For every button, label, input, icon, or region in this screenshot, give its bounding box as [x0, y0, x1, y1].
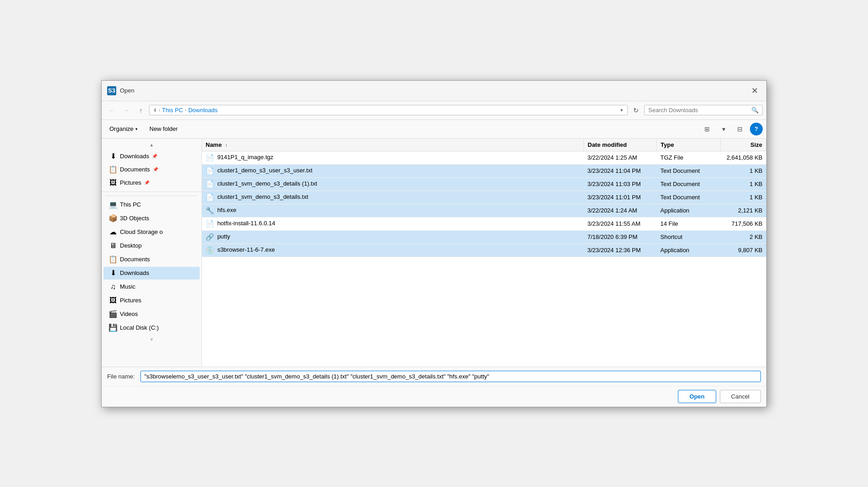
sidebar-item-3dobjects[interactable]: 📦 3D Objects — [103, 212, 200, 225]
view-details-dropdown-button[interactable]: ▾ — [717, 123, 730, 135]
sidebar-item-this-pc[interactable]: 💻 This PC — [103, 198, 200, 211]
new-folder-button[interactable]: New folder — [145, 123, 182, 135]
help-button[interactable]: ? — [750, 123, 763, 135]
cloud-icon: ☁ — [109, 228, 117, 236]
cell-date: 3/23/2024 11:04 PM — [584, 164, 657, 177]
cell-date: 3/23/2024 12:36 PM — [584, 244, 657, 257]
cell-size: 1 KB — [721, 164, 766, 177]
forward-button[interactable]: → — [120, 104, 133, 117]
refresh-button[interactable]: ↻ — [630, 104, 642, 117]
file-table: Name ↑ Date modified Type Size — [202, 139, 766, 367]
sidebar: ▲ ⬇ Downloads 📌 📋 Documents 📌 🖼 Pictures… — [102, 139, 202, 367]
cell-size: 717,506 KB — [721, 217, 766, 230]
cell-type: Application — [657, 204, 721, 217]
3dobjects-icon: 📦 — [109, 214, 117, 223]
cell-name: 📄 9141P1_q_image.tgz — [202, 151, 584, 164]
path-separator-1: › — [159, 108, 160, 113]
this-pc-icon: 💻 — [109, 201, 117, 209]
cell-size: 1 KB — [721, 191, 766, 204]
search-input[interactable] — [648, 107, 749, 114]
view-list-button[interactable]: ⊟ — [734, 123, 746, 135]
table-row[interactable]: 📄 cluster1_svm_demo_s3_details (1).txt 3… — [202, 177, 766, 191]
sidebar-item-label: Cloud Storage o — [120, 228, 163, 235]
file-icon: 📄 — [206, 220, 214, 228]
column-header-date[interactable]: Date modified — [584, 139, 657, 151]
path-bar: ⬇ › This PC › Downloads ▾ — [149, 105, 628, 115]
title-bar: S3 Open ✕ — [102, 81, 766, 101]
scroll-down-indicator[interactable]: ∨ — [102, 335, 202, 344]
column-header-name[interactable]: Name ↑ — [202, 139, 584, 151]
file-name: cluster1_svm_demo_s3_details.txt — [217, 193, 308, 200]
app-icon: S3 — [107, 86, 116, 95]
downloads-icon: ⬇ — [109, 152, 117, 161]
pictures2-icon: 🖼 — [109, 296, 117, 305]
sidebar-item-label: Local Disk (C:) — [120, 324, 159, 331]
documents2-icon: 📋 — [109, 255, 117, 264]
cell-date: 3/23/2024 11:55 AM — [584, 217, 657, 230]
cell-type: Text Document — [657, 164, 721, 177]
file-name: s3browser-11-6-7.exe — [217, 246, 275, 253]
table-row[interactable]: 📄 9141P1_q_image.tgz 3/22/2024 1:25 AM T… — [202, 151, 766, 164]
sidebar-item-label: 3D Objects — [120, 215, 149, 222]
view-grid-button[interactable]: ⊞ — [701, 123, 713, 135]
column-header-size[interactable]: Size — [721, 139, 766, 151]
sidebar-item-label: Pictures — [120, 179, 141, 186]
sidebar-item-pictures-quick[interactable]: 🖼 Pictures 📌 — [103, 176, 200, 189]
table-row[interactable]: 📄 cluster1_svm_demo_s3_details.txt 3/23/… — [202, 191, 766, 204]
sidebar-item-label: Pictures — [120, 297, 141, 304]
column-header-type[interactable]: Type — [657, 139, 721, 151]
file-icon: 🔧 — [206, 207, 214, 215]
downloads2-icon: ⬇ — [109, 269, 117, 277]
path-dropdown-button[interactable]: ▾ — [620, 107, 624, 114]
sidebar-item-videos[interactable]: 🎬 Videos — [103, 308, 200, 321]
cell-name: 📄 cluster1_svm_demo_s3_details (1).txt — [202, 177, 584, 191]
nav-bar: ← → ↑ ⬇ › This PC › Downloads ▾ ↻ 🔍 — [102, 101, 766, 120]
file-name: putty — [217, 233, 230, 240]
sidebar-item-downloads[interactable]: ⬇ Downloads — [103, 267, 200, 280]
table-row[interactable]: 🔧 hfs.exe 3/22/2024 1:24 AM Application … — [202, 204, 766, 217]
filename-label: File name: — [107, 373, 135, 380]
pin-icon: 📌 — [144, 180, 150, 185]
scroll-up-indicator[interactable]: ▲ — [102, 140, 202, 150]
sidebar-item-music[interactable]: ♫ Music — [103, 280, 200, 293]
back-button[interactable]: ← — [105, 104, 118, 117]
path-segment-downloads[interactable]: Downloads — [188, 107, 217, 114]
cell-type: Application — [657, 244, 721, 257]
documents-icon: 📋 — [109, 166, 117, 174]
sidebar-item-label: Desktop — [120, 242, 142, 249]
cell-size: 2,121 KB — [721, 204, 766, 217]
open-button[interactable]: Open — [678, 390, 716, 403]
sidebar-item-label: Music — [120, 283, 135, 290]
bottom-bar: File name: — [102, 367, 766, 386]
cell-size: 2 KB — [721, 230, 766, 244]
videos-icon: 🎬 — [109, 310, 117, 318]
up-button[interactable]: ↑ — [134, 104, 147, 117]
cell-date: 7/18/2020 6:39 PM — [584, 230, 657, 244]
sidebar-item-label: This PC — [120, 201, 141, 208]
path-segment-thispc[interactable]: This PC — [162, 107, 183, 114]
cell-date: 3/23/2024 11:01 PM — [584, 191, 657, 204]
sidebar-item-downloads-quick[interactable]: ⬇ Downloads 📌 — [103, 150, 200, 163]
table-row[interactable]: 💿 s3browser-11-6-7.exe 3/23/2024 12:36 P… — [202, 244, 766, 257]
dialog-title: Open — [120, 87, 744, 94]
cancel-button[interactable]: Cancel — [720, 390, 761, 403]
pin-icon: 📌 — [152, 154, 157, 159]
sidebar-item-documents[interactable]: 📋 Documents — [103, 253, 200, 266]
file-list-table: Name ↑ Date modified Type Size — [202, 139, 766, 257]
cell-date: 3/22/2024 1:25 AM — [584, 151, 657, 164]
file-icon: 📄 — [206, 167, 214, 175]
sidebar-item-label: Downloads — [120, 153, 149, 160]
organize-button[interactable]: Organize ▾ — [105, 123, 142, 135]
sidebar-item-documents-quick[interactable]: 📋 Documents 📌 — [103, 163, 200, 176]
sidebar-item-pictures[interactable]: 🖼 Pictures — [103, 294, 200, 307]
cell-date: 3/23/2024 11:03 PM — [584, 177, 657, 191]
filename-input[interactable] — [140, 371, 761, 382]
table-row[interactable]: 🔗 putty 7/18/2020 6:39 PM Shortcut 2 KB — [202, 230, 766, 244]
sidebar-item-desktop[interactable]: 🖥 Desktop — [103, 239, 200, 252]
sidebar-item-cloud[interactable]: ☁ Cloud Storage o — [103, 226, 200, 238]
cell-type: 14 File — [657, 217, 721, 230]
close-button[interactable]: ✕ — [748, 84, 761, 97]
sidebar-item-local-disk[interactable]: 💾 Local Disk (C:) — [103, 321, 200, 334]
table-row[interactable]: 📄 hotfix-install-11.6.0.14 3/23/2024 11:… — [202, 217, 766, 230]
table-row[interactable]: 📄 cluster1_demo_s3_user_s3_user.txt 3/23… — [202, 164, 766, 177]
